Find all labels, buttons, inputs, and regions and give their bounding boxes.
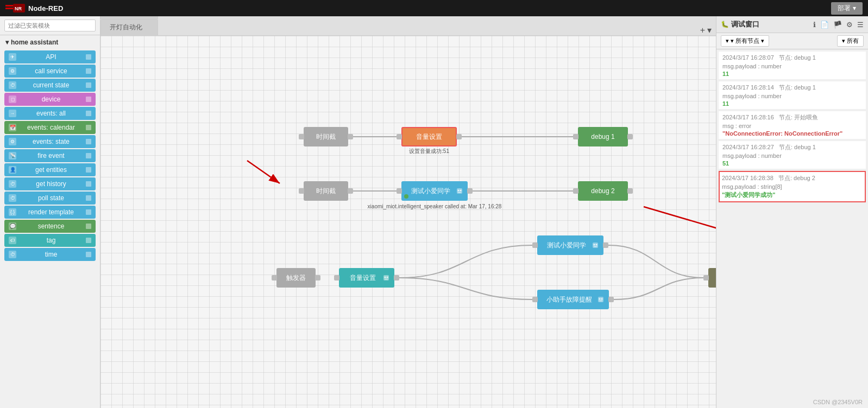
node-robot-icon [382,274,390,282]
app-title: Node-RED [28,4,63,12]
svg-point-21 [601,298,603,300]
node-icon: ⏱ [9,180,16,188]
msg-node: 节点: debug 1 [779,84,816,91]
sidebar-node-poll-state[interactable]: ⏱poll state [4,192,96,205]
node-icon: 💬 [9,222,16,230]
bug-icon: 🐛 [721,21,729,28]
sidebar-node-events:-all[interactable]: →events: all [4,107,96,120]
node-label: get entities [16,166,86,174]
node-icon: ⏱ [9,81,16,89]
app-logo: NR Node-RED [5,3,63,14]
msg-timestamp: 2024/3/17 16:28:07 节点: debug 1 [722,54,864,62]
canvas[interactable]: 时间截 音量设置 设置音量成功:51 debug 1 ≡ 时间截 测试小爱同 [100,36,716,408]
node-body-n8: 触发器 [276,268,316,288]
gear-icon-tab[interactable]: ⚙ [846,21,853,29]
node-body-n3: debug 1 [578,127,628,146]
svg-rect-11 [593,243,598,248]
node-icon: 🏷 [9,237,16,244]
tab-menu-button[interactable]: ▾ [707,25,712,35]
node-label: events: calendar [16,124,86,131]
sidebar-node-get-history[interactable]: ⏱get history [4,177,96,190]
add-tab-button[interactable]: + [700,25,705,35]
svg-line-5 [247,161,280,183]
main-layout: ▾ home assistant ✈API⚙call service⏱curre… [0,16,868,408]
node-body-n11: 打印调试 [708,268,716,288]
search-input[interactable] [4,20,96,31]
node-body-n10: 小助手故障提醒 [537,290,609,309]
list-icon-tab[interactable]: ☰ [857,21,864,29]
flow-node-n10[interactable]: 小助手故障提醒 [532,290,614,309]
node-handle [86,224,91,229]
port-left-n10 [532,297,538,302]
svg-rect-19 [598,297,603,302]
titlebar: NR Node-RED 部署 ▾ [0,0,868,16]
sidebar-node-fire-event[interactable]: 📡fire event [4,149,96,162]
node-label: call service [16,67,86,75]
node-icon: {.} [9,208,16,216]
node-status-dot [404,194,408,199]
flow-node-n5[interactable]: 测试小爱同学 xiaomi_miot.intelligent_speaker c… [397,181,473,201]
file-icon-tab[interactable]: 📄 [820,21,829,29]
port-left-n11 [703,275,709,280]
svg-point-9 [460,190,462,192]
node-sublabel-n5: xiaomi_miot.intelligent_speaker called a… [368,203,502,209]
flow-node-n2[interactable]: 音量设置 设置音量成功:51 [397,127,462,146]
sidebar-node-api[interactable]: ✈API [4,50,96,63]
svg-point-17 [387,277,388,278]
node-icon: 👤 [9,166,16,174]
node-icon: 📅 [9,124,16,131]
port-right-n2 [456,134,462,139]
sidebar-node-call-service[interactable]: ⚙call service [4,65,96,78]
node-icon: ◻ [9,95,16,103]
msg-node: 节点: debug 2 [778,175,815,181]
node-handle [86,97,91,102]
sidebar-node-device[interactable]: ◻device [4,93,96,106]
flow-node-n3[interactable]: debug 1 ≡ [573,127,633,146]
flow-node-n8[interactable]: 触发器 [272,268,320,288]
flag-icon-tab[interactable]: 🏴 [833,21,842,29]
sidebar-node-sentence[interactable]: 💬sentence [4,220,96,233]
node-label-n7: 测试小爱同学 [542,241,592,250]
content-area: 小爱同学配置喂鱼自动化开灯自动化 + ▾ [100,16,716,408]
debug-message-1: 2024/3/17 16:28:14 节点: debug 1 msg.paylo… [719,81,866,109]
sidebar-node-events:-calendar[interactable]: 📅events: calendar [4,121,96,134]
sidebar-node-events:-state[interactable]: ⚙events: state [4,135,96,148]
deploy-button[interactable]: 部署 ▾ [831,2,863,15]
right-panel: 🐛 调试窗口 ℹ 📄 🏴 ⚙ ☰ ▾ ▾ 所有节点 ▾ ▾ 所有 2024/3/… [716,16,868,408]
node-icon: → [9,110,16,117]
sidebar-node-tag[interactable]: 🏷tag [4,234,96,247]
msg-type: msg.payload : number [722,93,864,99]
node-icon: ⏱ [9,251,16,258]
node-icon: ⚙ [9,138,16,145]
port-left-n3 [573,134,578,139]
node-label-n11: 打印调试 [713,273,716,283]
flow-node-n4[interactable]: 时间截 [299,181,353,201]
node-label: poll state [16,194,86,202]
sidebar-node-render-template[interactable]: {.}render template [4,206,96,219]
node-label: sentence [16,222,86,230]
flow-node-n9[interactable]: 音量设置 [334,268,399,288]
info-icon-tab[interactable]: ℹ [813,21,816,29]
search-bar [0,16,100,35]
tab-actions: + ▾ [696,25,716,35]
tab-2[interactable]: 开灯自动化 [100,19,158,35]
svg-rect-18 [385,279,388,279]
sidebar-node-current-state[interactable]: ⏱current state [4,79,96,92]
all-filter-button[interactable]: ▾ 所有 [837,35,864,47]
flow-node-n7[interactable]: 测试小爱同学 [532,235,608,255]
node-label: device [16,95,86,103]
flow-node-n1[interactable]: 时间截 [299,127,353,146]
flow-node-n11[interactable]: 打印调试 ≡ [703,268,716,288]
sidebar-node-time[interactable]: ⏱time [4,248,96,261]
flow-node-n6[interactable]: debug 2 ≡ [573,181,633,201]
node-filter-button[interactable]: ▾ ▾ 所有节点 ▾ [721,35,769,47]
category-header[interactable]: ▾ home assistant [0,35,100,49]
port-left-n1 [299,134,304,139]
port-left-n5 [397,188,402,194]
annotations-svg [100,36,716,408]
msg-timestamp: 2024/3/17 16:28:38 节点: debug 2 [722,174,863,182]
sidebar-node-get-entities[interactable]: 👤get entities [4,163,96,176]
port-right-n5 [467,188,473,194]
node-robot-icon [592,241,599,249]
panel-icon-tabs: ℹ 📄 🏴 ⚙ ☰ [813,21,864,29]
